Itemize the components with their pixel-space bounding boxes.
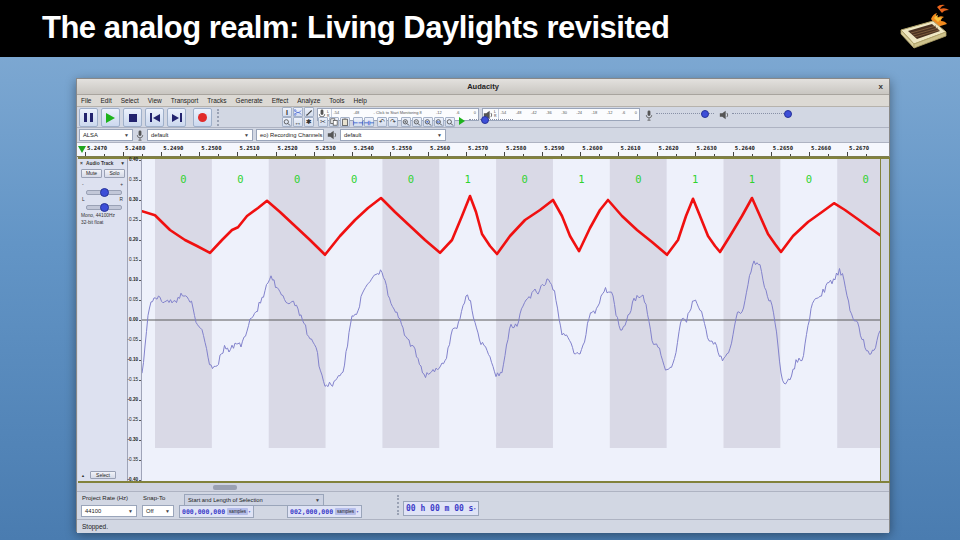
menu-file[interactable]: File [81,97,91,104]
window-titlebar[interactable]: Audacity x [77,79,889,95]
collapse-track-button[interactable]: ▲ [81,473,85,478]
silence-audio-button[interactable]: ⊣⊢ [364,117,374,127]
bit-label: 0 [155,173,212,185]
record-button[interactable] [193,108,212,127]
pause-button[interactable] [79,108,98,127]
timeline-label: 5.2600 [582,145,602,151]
menu-effect[interactable]: Effect [272,97,289,104]
copy-button[interactable] [329,117,339,127]
menu-help[interactable]: Help [354,97,367,104]
project-rate-select[interactable]: 44100▼ [81,505,137,517]
undo-icon: ↶ [379,118,385,126]
recording-device-select[interactable]: default▼ [147,129,253,141]
ruler-label: -0.05 [128,337,138,342]
vertical-scrollbar[interactable] [880,159,889,481]
timeline-label: 5.2510 [239,145,259,151]
track-title[interactable]: Audio Track [86,161,113,166]
solo-button[interactable]: Solo [104,169,125,178]
unit-chip[interactable]: samples [227,508,248,515]
chevron-down-icon: ▼ [124,132,129,138]
mute-button[interactable]: Mute [81,169,102,178]
timeline-tick [790,154,791,157]
menu-view[interactable]: View [148,97,162,104]
status-bar: Stopped. [77,520,889,533]
stop-button[interactable] [123,108,142,127]
track-close-button[interactable]: × [80,161,83,166]
gain-slider-thumb[interactable] [100,188,109,197]
menu-transport[interactable]: Transport [171,97,199,104]
pan-slider[interactable] [86,205,122,210]
fit-selection-button[interactable] [423,117,433,127]
playback-speed-slider[interactable] [469,119,513,128]
ruler-label: -0.20 [128,397,138,402]
timeline-tick [199,152,200,156]
zoom-out-button[interactable] [412,117,422,127]
recording-channels-select[interactable]: eo) Recording Channels▼ [256,129,324,141]
playback-volume-slider[interactable] [732,113,790,122]
fit-selection-icon [424,118,432,127]
cut-button[interactable]: ✂ [318,117,328,127]
scrollbar-thumb[interactable] [213,485,237,490]
zoom-toggle-button[interactable] [445,117,455,127]
timeline-label: 5.2480 [125,145,145,151]
menu-tools[interactable]: Tools [329,97,344,104]
pan-left-label: L [82,197,85,202]
recording-volume-slider[interactable] [656,113,714,122]
device-toolbar: ALSA▼ default▼ eo) Recording Channels▼ d… [77,128,889,143]
envelope-tool-button[interactable] [293,107,303,117]
toolbar-grip[interactable] [397,495,399,515]
slider-thumb[interactable] [701,110,709,118]
menu-generate[interactable]: Generate [236,97,263,104]
selection-start-counter[interactable]: 000,000,000 samples▾ [179,505,254,518]
timeline-tick [447,154,448,157]
meter-scale-label: - Click to Start Monitoring 8 [374,110,422,115]
undo-button[interactable]: ↶ [377,117,387,127]
paste-button[interactable] [340,117,350,127]
selection-tool-button[interactable]: I [282,107,292,117]
meter-scale-label: -6 [622,110,626,115]
gain-slider[interactable] [86,190,122,195]
audio-host-select[interactable]: ALSA▼ [79,129,133,141]
zoom-toggle-icon [446,118,454,127]
vertical-scale-ruler[interactable]: 0.400.350.300.250.200.150.100.050.00-0.0… [128,159,142,481]
snap-to-select[interactable]: Off▼ [142,505,174,517]
trim-audio-button[interactable]: ⊢⊣ [353,117,363,127]
menu-edit[interactable]: Edit [100,97,111,104]
timeline-ruler[interactable]: 5.24705.24805.24905.25005.25105.25205.25… [77,143,889,157]
window-close-button[interactable]: x [879,82,883,91]
audio-position-counter[interactable]: 00 h 00 m 00 s▾ [403,501,479,516]
slide-title: The analog realm: Living Daylights revis… [42,10,669,46]
skip-to-end-button[interactable] [167,108,186,127]
timeshift-tool-button[interactable]: ↔ [293,117,303,127]
horizontal-scrollbar[interactable] [77,483,889,492]
slider-thumb[interactable] [784,110,792,118]
unit-chip[interactable]: samples [335,508,356,515]
playback-device-select[interactable]: default▼ [340,129,446,141]
track-select-button[interactable]: Select [90,471,116,479]
skip-to-start-button[interactable] [145,108,164,127]
menu-analyze[interactable]: Analyze [297,97,320,104]
zoom-tool-button[interactable] [282,117,292,127]
play-at-speed-button[interactable] [459,117,465,125]
chevron-down-icon: ▾ [356,509,358,514]
track-format-line1: Mono, 44100Hz [81,213,115,218]
zoom-in-button[interactable] [401,117,411,127]
waveform-canvas[interactable]: 0000010101100 [142,159,880,481]
pan-right-label: R [120,197,123,202]
selection-toolbar: Project Rate (Hz) 44100▼ Snap-To Off▼ St… [77,492,889,520]
track-menu-arrow[interactable]: ▼ [120,161,125,166]
slider-thumb[interactable] [481,116,489,124]
menu-select[interactable]: Select [121,97,139,104]
multi-tool-button[interactable]: ✱ [304,117,314,127]
redo-button[interactable]: ↷ [388,117,398,127]
timeline-tick [580,152,581,156]
bit-label: 0 [610,173,667,185]
draw-tool-button[interactable] [304,107,314,117]
toolbar-grip[interactable] [217,109,219,126]
fit-project-button[interactable] [434,117,444,127]
meter-scale-label: -6 [456,110,460,115]
menu-tracks[interactable]: Tracks [207,97,226,104]
selection-length-counter[interactable]: 002,000,000 samples▾ [287,505,362,518]
play-button[interactable] [101,108,120,127]
pan-slider-thumb[interactable] [100,203,109,212]
